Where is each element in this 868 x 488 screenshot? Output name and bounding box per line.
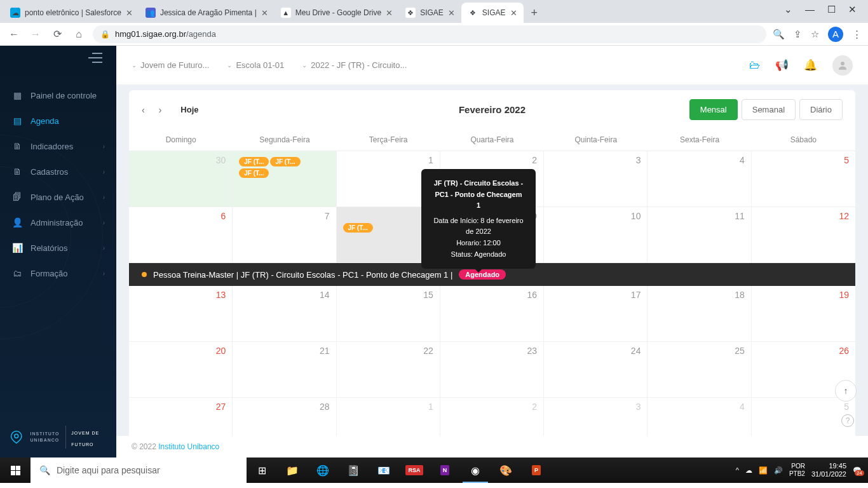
new-tab-button[interactable]: + <box>524 6 546 20</box>
calendar-cell[interactable]: 27 <box>129 398 233 436</box>
view-week-button[interactable]: Semanal <box>742 99 796 120</box>
browser-tab[interactable]: 👥Jessica de Aragão Pimenta |✕ <box>139 3 275 23</box>
browser-tab[interactable]: ☁ponto eletrônico | Salesforce✕ <box>4 3 139 23</box>
calendar-cell[interactable]: 18 <box>648 286 751 341</box>
taskbar-app[interactable]: 📁 <box>277 458 308 483</box>
sidebar-item[interactable]: 🗐Plano de Ação› <box>0 184 116 210</box>
today-button[interactable]: Hoje <box>180 105 198 114</box>
sidebar-item[interactable]: 🗎Indicadores› <box>0 133 116 159</box>
breadcrumb-2[interactable]: ⌄Escola 01-01 <box>227 60 284 70</box>
calendar-cell[interactable]: 19 <box>752 286 855 341</box>
calendar-cell[interactable]: 25 <box>648 342 751 397</box>
sidebar-item[interactable]: ▤Agenda <box>0 108 116 133</box>
event-pill[interactable]: JF (T... <box>270 157 300 166</box>
sidebar-item[interactable]: 👤Administração› <box>0 210 116 235</box>
taskbar-app[interactable]: P <box>521 458 552 483</box>
volume-icon[interactable]: 🔊 <box>774 466 783 475</box>
window-maximize-icon[interactable]: ☐ <box>827 4 836 15</box>
search-icon[interactable]: 🔍 <box>773 29 785 40</box>
calendar-cell[interactable]: 15 <box>337 286 440 341</box>
bookmark-star-icon[interactable]: ☆ <box>811 29 819 40</box>
taskbar-app[interactable]: ◉ <box>460 458 491 483</box>
onedrive-icon[interactable]: ☁ <box>745 466 752 475</box>
sidebar-item[interactable]: 📊Relatórios› <box>0 235 116 261</box>
calendar-cell[interactable]: 23 <box>440 342 544 397</box>
event-pill[interactable]: JF (T... <box>239 157 269 166</box>
taskbar-search[interactable]: 🔍 Digite aqui para pesquisar <box>31 458 247 483</box>
taskbar-app[interactable]: RSA <box>399 458 430 483</box>
browser-tab[interactable]: ▲Meu Drive - Google Drive✕ <box>275 3 399 23</box>
action-center-icon[interactable]: 💬24 <box>853 466 862 475</box>
url-input[interactable]: 🔒 hmg01.sigae.org.br/agenda <box>93 25 766 43</box>
calendar-cell[interactable]: 21 <box>233 342 336 397</box>
sidebar-item[interactable]: 🗎Cadastros› <box>0 159 116 184</box>
profile-avatar[interactable]: A <box>828 27 843 42</box>
taskbar-app[interactable]: N <box>430 458 460 483</box>
calendar-cell[interactable]: 17 <box>544 286 648 341</box>
start-button[interactable] <box>0 458 31 483</box>
event-pill[interactable]: JF (T... <box>239 168 269 178</box>
taskbar-app[interactable]: ⊞ <box>247 458 277 483</box>
calendar-cell[interactable]: 11 <box>648 207 751 262</box>
window-minimize-icon[interactable]: — <box>805 4 815 15</box>
calendar-cell[interactable]: 6 <box>129 207 233 262</box>
calendar-cell[interactable]: 3 <box>544 151 648 207</box>
calendar-cell[interactable]: 28 <box>233 398 336 436</box>
back-button[interactable]: ← <box>6 29 22 40</box>
calendar-cell[interactable]: 2 <box>440 398 544 436</box>
calendar-cell[interactable]: 5 <box>752 398 855 436</box>
taskbar-app[interactable]: 📓 <box>338 458 369 483</box>
calendar-cell[interactable]: 22 <box>337 342 440 397</box>
user-avatar[interactable] <box>832 55 853 76</box>
home-button[interactable]: ⌂ <box>71 29 86 40</box>
calendar-cell[interactable]: 13 <box>129 286 233 341</box>
share-icon[interactable]: ⇪ <box>794 29 802 40</box>
calendar-cell[interactable]: 10 <box>544 207 648 262</box>
view-month-button[interactable]: Mensal <box>689 99 738 120</box>
view-day-button[interactable]: Diário <box>799 99 843 120</box>
browser-tab[interactable]: ❖SIGAE✕ <box>461 3 524 23</box>
scroll-top-button[interactable]: ↑ <box>835 380 857 402</box>
calendar-cell[interactable]: 4 <box>648 151 751 207</box>
calendar-cell[interactable]: 5 <box>752 151 855 207</box>
tab-close-icon[interactable]: ✕ <box>126 8 133 18</box>
taskbar-app[interactable]: 📧 <box>369 458 399 483</box>
reload-button[interactable]: ⟳ <box>50 28 65 40</box>
language-indicator[interactable]: PORPTB2 <box>789 463 805 478</box>
network-icon[interactable]: 📶 <box>759 466 768 475</box>
taskbar-app[interactable]: 🌐 <box>308 458 338 483</box>
menu-toggle-button[interactable] <box>74 46 116 70</box>
announcements-icon[interactable]: 📢 <box>775 58 789 72</box>
calendar-cell[interactable]: 12 <box>752 207 855 262</box>
breadcrumb-3[interactable]: ⌄2022 - JF (TR) - Circuito... <box>302 60 407 70</box>
footer-link[interactable]: Instituto Unibanco <box>158 442 219 451</box>
calendar-cell[interactable]: JF (T...JF (T...JF (T... <box>233 151 336 207</box>
window-dropdown-icon[interactable]: ⌄ <box>784 4 792 15</box>
calendar-cell[interactable]: 24 <box>544 342 648 397</box>
sidebar-item[interactable]: ▦Painel de controle <box>0 83 116 108</box>
calendar-prev-button[interactable]: ‹ <box>142 105 145 115</box>
notifications-icon[interactable]: 🔔 <box>804 58 817 72</box>
folder-icon[interactable]: 🗁 <box>749 59 760 72</box>
calendar-cell[interactable]: 16 <box>440 286 544 341</box>
clock[interactable]: 19:4531/01/2022 <box>811 462 846 478</box>
tray-overflow-icon[interactable]: ^ <box>736 466 739 474</box>
sidebar-item[interactable]: 🗂Formação› <box>0 261 116 286</box>
calendar-next-button[interactable]: › <box>159 105 162 115</box>
calendar-cell[interactable]: 1 <box>337 398 440 436</box>
kebab-menu-icon[interactable]: ⋮ <box>852 29 862 40</box>
taskbar-app[interactable]: 🎨 <box>491 458 521 483</box>
calendar-cell[interactable]: 14 <box>233 286 336 341</box>
breadcrumb-1[interactable]: ⌄Jovem de Futuro... <box>132 60 209 70</box>
tab-close-icon[interactable]: ✕ <box>261 8 268 18</box>
tab-close-icon[interactable]: ✕ <box>448 8 455 18</box>
calendar-cell[interactable]: 7 <box>233 207 336 262</box>
browser-tab[interactable]: ❖SIGAE✕ <box>399 3 461 23</box>
calendar-cell[interactable]: 30 <box>129 151 233 207</box>
calendar-cell[interactable]: 4 <box>648 398 751 436</box>
tab-close-icon[interactable]: ✕ <box>510 8 517 18</box>
calendar-cell[interactable]: 3 <box>544 398 648 436</box>
forward-button[interactable]: → <box>28 29 43 40</box>
window-close-icon[interactable]: ✕ <box>848 4 857 15</box>
help-icon[interactable]: ? <box>841 414 854 427</box>
